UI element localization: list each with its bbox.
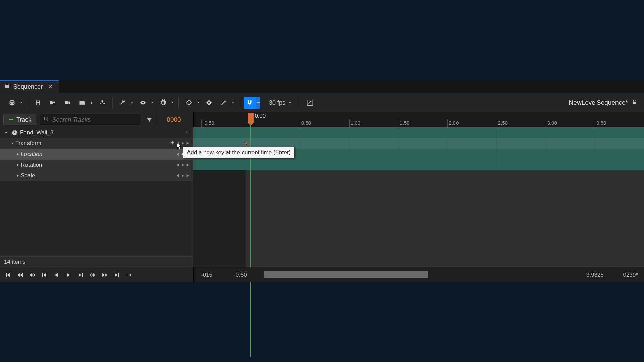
svg-point-12	[91, 102, 92, 103]
location-row[interactable]: Location	[0, 149, 193, 160]
ruler-tick-label: 1.00	[351, 120, 360, 126]
curve-editor-button[interactable]	[304, 97, 316, 109]
object-name: Fond_Wall_3	[20, 129, 54, 136]
tab-sequencer[interactable]: Sequencer	[0, 80, 59, 93]
view-button[interactable]	[137, 97, 154, 109]
search-tracks-input[interactable]	[40, 114, 141, 125]
eye-icon	[137, 97, 149, 109]
range-slider[interactable]	[264, 271, 428, 278]
toolbar: 30 fps NewLevelSequence*	[0, 93, 644, 112]
svg-point-20	[44, 117, 47, 120]
ruler-tick-label: 1.50	[399, 120, 409, 126]
ruler-tick-label: 2.00	[449, 120, 459, 126]
svg-point-21	[182, 142, 183, 144]
ruler-tick-label: -0.50	[203, 120, 214, 126]
ruler-tick	[349, 119, 350, 127]
expand-toggle[interactable]	[15, 163, 21, 167]
expand-toggle[interactable]	[9, 142, 15, 145]
prev-key-button[interactable]	[28, 270, 37, 280]
range-in-time[interactable]: -0.50	[234, 272, 247, 278]
search-field[interactable]	[52, 116, 137, 123]
jump-forward-button[interactable]	[100, 270, 109, 280]
step-forward-button[interactable]	[76, 270, 85, 280]
expand-toggle[interactable]	[15, 153, 21, 156]
snap-toggle[interactable]	[244, 97, 256, 109]
range-in-frame[interactable]: -015	[201, 272, 212, 278]
step-back-button[interactable]	[40, 270, 49, 280]
svg-rect-28	[118, 273, 119, 277]
actions-button[interactable]	[117, 97, 134, 109]
transform-row[interactable]: Transform	[0, 138, 193, 149]
time-ruler[interactable]: 0.00-0.500.501.001.502.002.503.003.50	[193, 112, 644, 127]
loop-button[interactable]	[124, 270, 133, 280]
camera-button[interactable]	[61, 97, 73, 109]
dots-vertical-icon	[90, 100, 94, 106]
outliner-status: 14 items	[0, 256, 193, 267]
svg-point-13	[91, 103, 92, 104]
expand-toggle[interactable]	[3, 131, 9, 134]
chevron-down-icon	[19, 100, 23, 106]
edit-button[interactable]	[218, 97, 235, 109]
render-button[interactable]	[76, 97, 94, 109]
chevron-down-icon	[130, 100, 134, 106]
range-out-time[interactable]: 3.9328	[586, 272, 604, 278]
goto-start-button[interactable]	[3, 270, 13, 280]
ruler-tick	[300, 119, 300, 127]
sequence-name[interactable]: NewLevelSequence*	[569, 99, 628, 106]
goto-end-button[interactable]	[112, 270, 121, 280]
key-nav[interactable]	[176, 174, 190, 178]
save-button[interactable]	[32, 97, 44, 109]
play-button[interactable]	[64, 270, 73, 280]
actor-icon	[11, 129, 18, 136]
location-label: Location	[21, 151, 42, 158]
playback-button[interactable]	[157, 97, 174, 109]
play-reverse-button[interactable]	[52, 270, 61, 280]
chevron-down-icon	[150, 100, 154, 106]
jump-back-button[interactable]	[15, 270, 25, 280]
wrench-icon	[117, 97, 129, 109]
tracks-header-row: Track 0000 0.00-0.500.501.001.502.002.50…	[0, 112, 644, 127]
current-frame-display[interactable]: 0000	[158, 112, 190, 127]
fps-dropdown[interactable]: 30 fps	[266, 99, 296, 106]
key-interp-button[interactable]	[183, 97, 200, 109]
globe-icon	[6, 97, 18, 109]
rotation-row[interactable]: Rotation	[0, 160, 193, 170]
key-nav[interactable]	[176, 163, 190, 167]
browse-button[interactable]	[47, 97, 59, 109]
svg-point-14	[101, 100, 103, 102]
chevron-down-icon	[231, 100, 235, 106]
world-button[interactable]	[6, 97, 23, 109]
autokey-button[interactable]	[203, 97, 215, 109]
filter-button[interactable]	[144, 117, 154, 123]
scale-lane[interactable]	[193, 160, 644, 170]
add-section-button[interactable]	[185, 129, 190, 136]
range-out-frame[interactable]: 0239*	[623, 272, 638, 278]
tooltip: Add a new key at the current time (Enter…	[183, 147, 294, 158]
transform-lane[interactable]	[193, 127, 644, 138]
tab-bar: Sequencer	[0, 80, 644, 93]
lock-icon[interactable]	[631, 99, 637, 107]
svg-point-11	[91, 101, 92, 102]
svg-rect-27	[82, 273, 83, 277]
scale-row[interactable]: Scale	[0, 170, 193, 181]
chevron-down-icon	[196, 100, 200, 106]
snap-options-button[interactable]	[256, 97, 260, 109]
fps-label: 30 fps	[269, 99, 285, 106]
expand-toggle[interactable]	[15, 174, 21, 177]
next-key-button[interactable]	[88, 270, 97, 280]
ruler-tick	[398, 119, 398, 127]
object-row[interactable]: Fond_Wall_3	[0, 127, 193, 138]
gear-icon	[157, 97, 169, 109]
diamond-icon	[183, 97, 195, 109]
keyframe[interactable]	[244, 142, 247, 145]
add-section-button[interactable]	[170, 140, 175, 147]
svg-rect-4	[8, 84, 9, 85]
svg-rect-3	[7, 84, 7, 85]
svg-rect-10	[65, 101, 69, 104]
svg-rect-7	[37, 100, 39, 102]
director-button[interactable]	[96, 97, 108, 109]
add-track-button[interactable]: Track	[3, 114, 36, 125]
range-bar[interactable]: -015 -0.50 3.9328 0239*	[193, 267, 644, 282]
tab-close-button[interactable]	[48, 84, 53, 89]
svg-rect-26	[42, 273, 43, 277]
